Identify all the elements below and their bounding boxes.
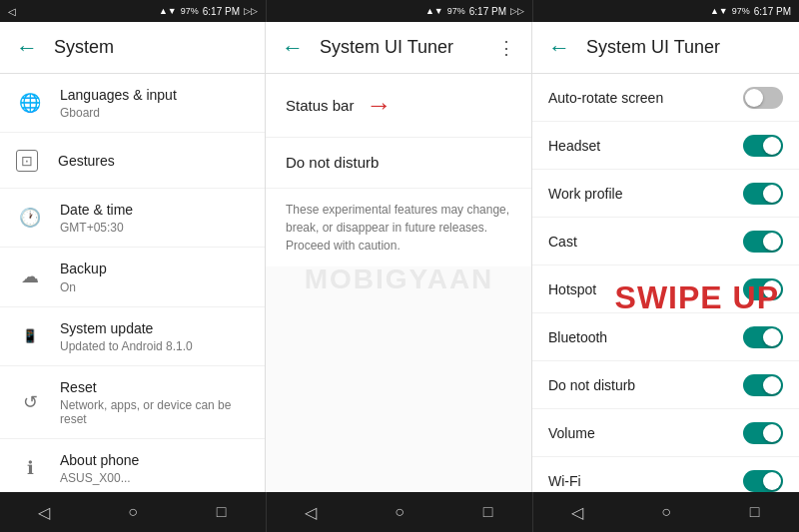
- autorotate-toggle[interactable]: [743, 87, 783, 109]
- workprofile-toggle[interactable]: [743, 183, 783, 205]
- settings-item-sysupdate[interactable]: 📱 System update Updated to Android 8.1.0: [0, 307, 265, 366]
- workprofile-label: Work profile: [548, 186, 743, 202]
- toggle-item-wifi[interactable]: Wi-Fi: [532, 457, 799, 492]
- uituner-list: Status bar → Do not disturb These experi…: [266, 74, 531, 492]
- nav-panel-2: ◁ ○ □: [267, 492, 533, 532]
- toggles-list: Auto-rotate screen Headset Work profile …: [532, 74, 799, 492]
- status-right-2: ▲▼ 97% 6:17 PM ▷▷: [425, 6, 524, 17]
- languages-title: Languages & input: [60, 86, 249, 104]
- signal-icon-1: ▲▼: [159, 6, 177, 16]
- reset-subtitle: Network, apps, or device can be reset: [60, 398, 249, 426]
- nav-recent-2[interactable]: □: [468, 503, 508, 521]
- toggle-item-volume[interactable]: Volume: [532, 409, 799, 457]
- settings-item-about[interactable]: ℹ About phone ASUS_X00... ↓: [0, 439, 265, 492]
- settings-item-reset[interactable]: ↺ Reset Network, apps, or device can be …: [0, 366, 265, 439]
- status-right-1: ▲▼ 97% 6:17 PM ▷▷: [159, 6, 258, 17]
- tuner-warning-text: These experimental features may change, …: [266, 189, 531, 266]
- dnd-toggle-label: Do not disturb: [548, 377, 743, 393]
- headset-toggle[interactable]: [743, 135, 783, 157]
- sysupdate-icon: 📱: [16, 322, 44, 350]
- settings-item-gestures[interactable]: ⊡ Gestures: [0, 133, 265, 189]
- time-3: 6:17 PM: [754, 6, 791, 17]
- down-arrow-indicator: ↓: [36, 491, 49, 492]
- backup-title: Backup: [60, 260, 249, 277]
- bluetooth-toggle[interactable]: [743, 326, 783, 348]
- panel-system: ← System 🌐 Languages & input Gboard ⊡ Ge…: [0, 22, 266, 492]
- signal-icon-3: ▲▼: [710, 6, 728, 16]
- right-arrow-indicator: →: [366, 90, 392, 121]
- nav-recent-3[interactable]: □: [735, 503, 775, 521]
- settings-item-datetime[interactable]: 🕐 Date & time GMT+05:30: [0, 189, 265, 248]
- sysupdate-subtitle: Updated to Android 8.1.0: [60, 339, 249, 353]
- panel-system-header: ← System: [0, 22, 265, 74]
- gestures-icon: ⊡: [16, 150, 38, 172]
- status-bar-panel-3: ▲▼ 97% 6:17 PM: [533, 0, 799, 22]
- volume-label: Volume: [548, 425, 743, 441]
- tuner-item-dnd[interactable]: Do not disturb: [266, 138, 531, 189]
- reset-icon: ↺: [16, 388, 44, 416]
- panel-system-title: System: [54, 37, 114, 58]
- back-button-uituner[interactable]: ←: [282, 35, 304, 61]
- nav-panel-3: ◁ ○ □: [533, 492, 799, 532]
- dnd-label: Do not disturb: [286, 154, 379, 171]
- settings-item-languages[interactable]: 🌐 Languages & input Gboard: [0, 74, 265, 133]
- battery-2: 97%: [447, 6, 465, 16]
- reset-title: Reset: [60, 378, 249, 396]
- nav-home-1[interactable]: ○: [113, 503, 153, 521]
- status-left-1: ◁: [8, 6, 16, 17]
- cast-toggle[interactable]: [743, 231, 783, 253]
- gestures-title: Gestures: [58, 152, 249, 170]
- tuner-item-statusbar[interactable]: Status bar →: [266, 74, 531, 138]
- toggle-item-headset[interactable]: Headset: [532, 122, 799, 170]
- nav-home-3[interactable]: ○: [646, 503, 686, 521]
- extra-icons-1: ▷▷: [244, 6, 258, 16]
- status-bar-panel-1: ◁ ▲▼ 97% 6:17 PM ▷▷: [0, 0, 266, 22]
- wifi-toggle[interactable]: [743, 470, 783, 492]
- battery-1: 97%: [181, 6, 199, 16]
- nav-back-1[interactable]: ◁: [24, 503, 64, 522]
- status-bar-panel-2: ▲▼ 97% 6:17 PM ▷▷: [266, 0, 533, 22]
- panels-container: ← System 🌐 Languages & input Gboard ⊡ Ge…: [0, 22, 799, 492]
- signal-icon-2: ▲▼: [425, 6, 443, 16]
- settings-item-backup[interactable]: ☁ Backup On: [0, 248, 265, 306]
- toggle-item-cast[interactable]: Cast: [532, 218, 799, 266]
- back-button-toggles[interactable]: ←: [548, 35, 570, 61]
- about-subtitle: ASUS_X00...: [60, 471, 249, 485]
- back-button-system[interactable]: ←: [16, 35, 38, 61]
- panel-uituner-title: System UI Tuner: [320, 37, 453, 58]
- languages-icon: 🌐: [16, 89, 44, 117]
- about-icon: ℹ: [16, 454, 44, 482]
- panel-toggles-header: ← System UI Tuner: [532, 22, 799, 74]
- cast-label: Cast: [548, 234, 743, 250]
- about-title: About phone: [60, 451, 249, 469]
- panel-toggles-title: System UI Tuner: [586, 37, 720, 58]
- toggle-item-bluetooth[interactable]: Bluetooth: [532, 313, 799, 361]
- back-nav-icon: ◁: [8, 6, 16, 17]
- nav-panel-1: ◁ ○ □: [0, 492, 267, 532]
- system-settings-list: 🌐 Languages & input Gboard ⊡ Gestures 🕐: [0, 74, 265, 492]
- hotspot-label: Hotspot: [548, 281, 743, 297]
- nav-home-2[interactable]: ○: [380, 503, 419, 521]
- toggle-item-autorotate[interactable]: Auto-rotate screen: [532, 74, 799, 122]
- backup-subtitle: On: [60, 280, 249, 294]
- toggle-item-hotspot[interactable]: Hotspot: [532, 266, 799, 313]
- bluetooth-label: Bluetooth: [548, 329, 743, 345]
- backup-icon: ☁: [16, 263, 44, 290]
- statusbar-label: Status bar: [286, 97, 354, 114]
- nav-back-2[interactable]: ◁: [291, 503, 331, 522]
- more-icon-uituner[interactable]: ⋮: [497, 37, 515, 59]
- hotspot-toggle[interactable]: [743, 278, 783, 300]
- toggle-item-workprofile[interactable]: Work profile: [532, 170, 799, 218]
- dnd-toggle[interactable]: [743, 374, 783, 396]
- toggle-item-dnd[interactable]: Do not disturb: [532, 361, 799, 409]
- datetime-subtitle: GMT+05:30: [60, 221, 249, 235]
- nav-recent-1[interactable]: □: [202, 503, 242, 521]
- panel-uituner-header: ← System UI Tuner ⋮: [266, 22, 531, 74]
- datetime-title: Date & time: [60, 201, 249, 219]
- time-1: 6:17 PM: [203, 6, 240, 17]
- nav-back-3[interactable]: ◁: [557, 503, 597, 522]
- panel-uituner: ← System UI Tuner ⋮ Status bar → Do not …: [266, 22, 532, 492]
- volume-toggle[interactable]: [743, 422, 783, 444]
- battery-3: 97%: [732, 6, 750, 16]
- panel-uituner-toggles: ← System UI Tuner Auto-rotate screen Hea…: [532, 22, 799, 492]
